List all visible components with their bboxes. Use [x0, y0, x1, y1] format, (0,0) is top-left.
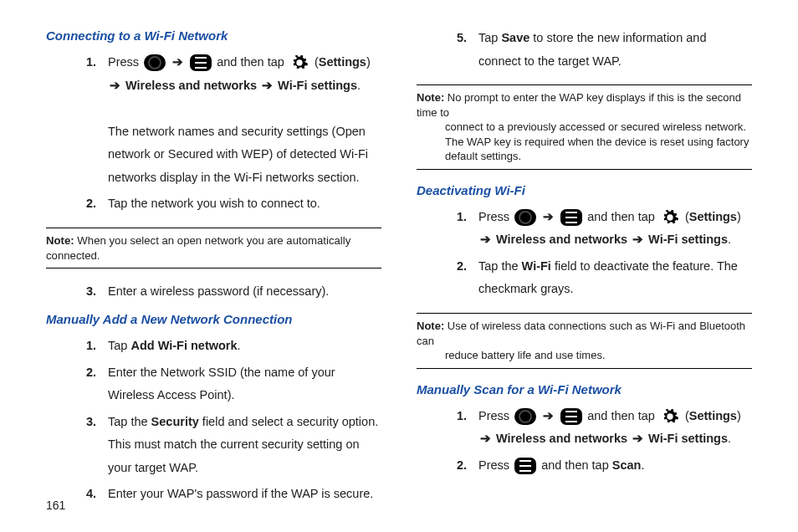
step-number: 1. — [86, 51, 108, 189]
list-item: 2. Press and then tap Scan. — [457, 454, 752, 478]
step-number: 4. — [86, 483, 108, 506]
list-item: 3. Tap the Security field and select a s… — [86, 411, 381, 480]
list-item: 5. Tap Save to store the new information… — [457, 27, 752, 73]
note-block: Note: No prompt to enter the WAP key dis… — [417, 84, 752, 170]
list-deactivating: 1. Press ➔ and then tap (Settings) ➔ Wir… — [457, 202, 752, 304]
wifi-settings-label: Wi-Fi settings — [278, 79, 357, 92]
note-text: No prompt to enter the WAP key displays … — [417, 91, 741, 119]
text: Tap — [478, 31, 501, 44]
wifi-settings-label: Wi-Fi settings — [648, 432, 728, 445]
step-number: 2. — [86, 361, 108, 407]
text: ) — [737, 210, 741, 223]
text: and then tap — [587, 409, 658, 422]
arrow-icon: ➔ — [262, 79, 273, 92]
step-text: Press and then tap Scan. — [478, 454, 752, 478]
text: Press — [478, 458, 513, 472]
step-number: 2. — [457, 255, 478, 301]
step-number: 1. — [457, 206, 478, 252]
heading-manually-add: Manually Add a New Network Connection — [46, 312, 381, 326]
text: and then tap — [541, 458, 612, 472]
gear-icon — [660, 407, 680, 426]
step-text: Tap the Security field and select a secu… — [108, 411, 381, 480]
menu-icon — [560, 209, 582, 226]
step-number: 2. — [86, 192, 108, 216]
menu-icon — [560, 408, 582, 425]
note-label: Note: — [417, 91, 444, 104]
text: ) — [366, 55, 371, 69]
text: Press — [478, 409, 513, 422]
step-text: Tap the network you wish to connect to. — [108, 192, 381, 216]
step-number: 1. — [86, 335, 108, 358]
text: . — [357, 79, 361, 92]
text: . — [641, 458, 644, 472]
security-label: Security — [151, 415, 199, 428]
list-item: 1. Tap Add Wi-Fi network. — [86, 335, 381, 358]
note-label: Note: — [417, 320, 444, 332]
arrow-icon: ➔ — [480, 432, 491, 445]
note-block: Note: Use of wireless data connections s… — [417, 313, 752, 369]
list-item: 2. Enter the Network SSID (the name of y… — [86, 361, 381, 407]
list-item: 1. Press ➔ and then tap (Settings) ➔ Wir… — [457, 405, 752, 451]
text: . — [238, 339, 241, 352]
heading-connecting: Connecting to a Wi-Fi Network — [46, 28, 381, 43]
settings-label: Settings — [689, 210, 737, 223]
list-manual-add: 1. Tap Add Wi-Fi network. 2. Enter the N… — [86, 331, 381, 509]
step-text: Tap the Wi-Fi field to deactivate the fe… — [478, 255, 752, 301]
list-manual-scan: 1. Press ➔ and then tap (Settings) ➔ Wir… — [457, 402, 752, 481]
home-icon — [514, 408, 536, 425]
step-number: 2. — [457, 454, 478, 478]
step-description: The network names and security settings … — [108, 125, 368, 184]
text: and then tap — [587, 210, 658, 223]
step-text: Press ➔ and then tap (Settings) ➔ Wirele… — [478, 405, 752, 451]
text: Tap the — [478, 259, 522, 273]
settings-label: Settings — [319, 55, 366, 69]
arrow-icon: ➔ — [543, 409, 554, 422]
left-column: Connecting to a Wi-Fi Network 1. Press ➔… — [46, 23, 381, 509]
list-item: 2. Tap the Wi-Fi field to deactivate the… — [457, 255, 752, 301]
wireless-label: Wireless and networks — [125, 79, 257, 92]
menu-icon — [190, 54, 212, 71]
list-connecting: 1. Press ➔ and then tap (Settings) ➔ Wir… — [86, 48, 381, 219]
text: and then tap — [217, 55, 288, 69]
step-number: 3. — [86, 411, 108, 480]
list-item: 3. Enter a wireless password (if necessa… — [86, 280, 381, 304]
step-number: 3. — [86, 280, 108, 304]
note-label: Note: — [46, 234, 74, 247]
note-text: reduce battery life and use times. — [417, 348, 752, 363]
arrow-icon: ➔ — [632, 233, 643, 246]
settings-label: Settings — [689, 409, 737, 422]
note-block: Note: When you select an open network yo… — [46, 228, 381, 269]
step-text: Enter the Network SSID (the name of your… — [108, 361, 381, 407]
step-text: Press ➔ and then tap (Settings) ➔ Wirele… — [478, 206, 752, 252]
list-item: 1. Press ➔ and then tap (Settings) ➔ Wir… — [86, 51, 381, 189]
text: ) — [737, 409, 741, 422]
text: . — [728, 233, 731, 246]
home-icon — [144, 54, 166, 71]
step-number: 1. — [457, 405, 478, 451]
arrow-icon: ➔ — [110, 79, 120, 92]
note-text: When you select an open network you are … — [46, 234, 350, 262]
page-number: 161 — [46, 499, 65, 512]
save-label: Save — [501, 31, 529, 44]
step-text: Press ➔ and then tap (Settings) ➔ Wirele… — [108, 51, 381, 189]
list-item: 2. Tap the network you wish to connect t… — [86, 192, 381, 216]
step-text: Tap Save to store the new information an… — [478, 27, 752, 73]
gear-icon — [289, 54, 309, 72]
list-continued: 3. Enter a wireless password (if necessa… — [86, 277, 381, 307]
note-text: Use of wireless data connections such as… — [417, 320, 745, 347]
list-continued-right: 5. Tap Save to store the new information… — [457, 23, 752, 76]
scan-label: Scan — [612, 458, 642, 472]
text: Tap — [108, 339, 130, 352]
step-text: Enter your WAP's password if the WAP is … — [108, 483, 381, 506]
menu-icon — [514, 458, 536, 474]
text: Press — [108, 55, 142, 69]
wireless-label: Wireless and networks — [496, 432, 627, 445]
arrow-icon: ➔ — [480, 233, 491, 246]
text: Press — [478, 210, 513, 223]
text: . — [728, 432, 731, 445]
wifi-label: Wi-Fi — [522, 259, 551, 273]
list-item: 1. Press ➔ and then tap (Settings) ➔ Wir… — [457, 206, 752, 252]
wireless-label: Wireless and networks — [496, 233, 627, 246]
add-wifi-label: Add Wi-Fi network — [130, 339, 237, 352]
arrow-icon: ➔ — [172, 55, 183, 69]
